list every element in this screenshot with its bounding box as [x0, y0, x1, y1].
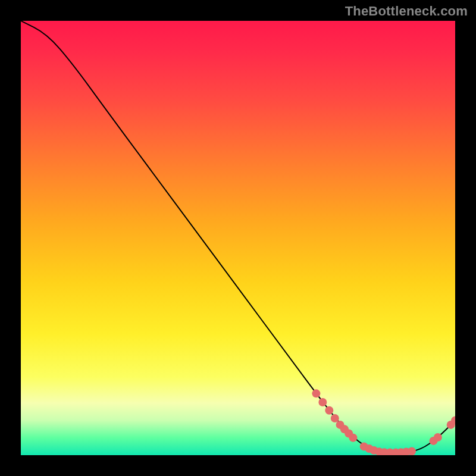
marker-bottom-9 — [408, 447, 416, 455]
chart-plot-area — [21, 21, 455, 455]
chart-markers-cluster-bottom — [360, 442, 416, 455]
marker-left-1 — [318, 398, 327, 406]
marker-right-1 — [434, 433, 442, 441]
chart-svg — [21, 21, 455, 455]
chart-stage: TheBottleneck.com — [0, 0, 476, 476]
marker-left-7 — [349, 434, 357, 442]
marker-left-3 — [331, 414, 339, 422]
chart-curve — [21, 21, 455, 453]
watermark-text: TheBottleneck.com — [345, 4, 468, 19]
marker-left-2 — [325, 406, 333, 415]
chart-markers-cluster-right — [430, 416, 456, 445]
marker-left-0 — [312, 389, 320, 397]
